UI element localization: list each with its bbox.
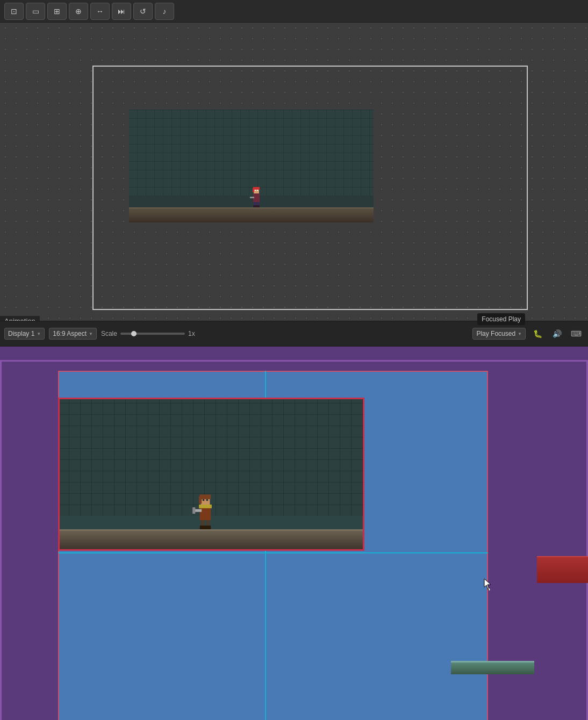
- grid-btn[interactable]: ⊞: [47, 3, 67, 20]
- step-btn[interactable]: ⏭: [112, 3, 131, 20]
- scale-slider[interactable]: [120, 333, 185, 335]
- svg-rect-9: [256, 205, 260, 207]
- scale-container: Scale 1x: [101, 330, 195, 337]
- play-mode-arrow: ▼: [518, 332, 522, 336]
- scene-game-area: [129, 110, 374, 222]
- refresh-btn[interactable]: ↺: [133, 3, 153, 20]
- wall-top-scene: [129, 110, 374, 196]
- scale-handle[interactable]: [131, 331, 137, 336]
- rect-btn[interactable]: ▭: [26, 3, 45, 20]
- game-bg-scene: [129, 110, 374, 222]
- play-mode-dropdown[interactable]: Play Focused ▼ Focused Play: [472, 328, 526, 340]
- crosshair-btn[interactable]: ⊕: [69, 3, 88, 20]
- move-btn[interactable]: ↔: [90, 3, 110, 20]
- svg-rect-8: [253, 205, 256, 207]
- svg-rect-4: [255, 190, 256, 191]
- focused-play-tooltip: Focused Play: [477, 313, 525, 325]
- character-scene: [249, 186, 264, 207]
- transform-btn[interactable]: ⊡: [4, 3, 24, 20]
- platform-game-red: [537, 556, 588, 583]
- platform-game: [451, 661, 534, 674]
- game-content-border: [58, 398, 364, 551]
- scene-view: [0, 23, 588, 321]
- game-toolbar: Display 1 ▼ 16:9 Aspect ▼ Scale 1x Play …: [0, 321, 588, 347]
- display-dropdown[interactable]: Display 1 ▼: [4, 328, 45, 340]
- crosshair-horizontal: [58, 552, 488, 553]
- floor-scene: [129, 207, 374, 222]
- aspect-arrow: ▼: [89, 332, 93, 336]
- audio-btn[interactable]: ♪: [155, 3, 174, 20]
- game-view: [0, 347, 588, 720]
- aspect-dropdown[interactable]: 16:9 Aspect ▼: [49, 328, 97, 340]
- bug-icon-btn[interactable]: 🐛: [530, 326, 545, 341]
- audio-icon-btn[interactable]: 🔊: [549, 326, 564, 341]
- svg-rect-3: [253, 188, 254, 192]
- svg-rect-10: [250, 197, 254, 198]
- keyboard-icon-btn[interactable]: ⌨: [569, 326, 584, 341]
- scene-toolbar: ⊡ ▭ ⊞ ⊕ ↔ ⏭ ↺ ♪: [0, 0, 588, 23]
- svg-rect-5: [257, 190, 258, 191]
- display-arrow: ▼: [37, 332, 41, 336]
- svg-rect-25: [489, 588, 490, 591]
